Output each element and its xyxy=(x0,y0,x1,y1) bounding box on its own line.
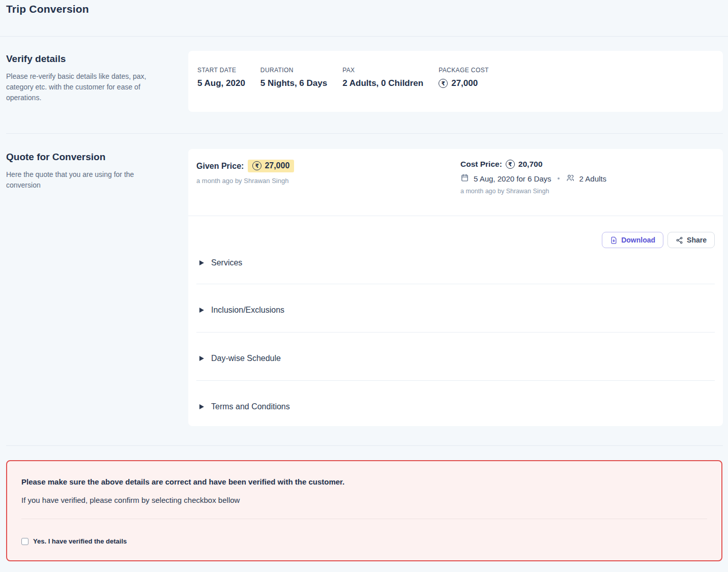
package-cost-label: PACKAGE COST xyxy=(439,67,489,74)
verified-checkbox[interactable] xyxy=(21,538,28,545)
travellers-icon xyxy=(566,173,575,184)
share-button[interactable]: Share xyxy=(667,232,715,248)
accordion-inclusion-exclusions-label: Inclusion/Exclusions xyxy=(211,306,284,315)
verify-details-description: Please re-verify basic details like date… xyxy=(6,71,169,103)
alert-message-primary: Please make sure the above details are c… xyxy=(21,477,707,486)
quote-accordions: Services Inclusion/Exclusions Day-wise S… xyxy=(188,248,723,420)
page-header: Trip Conversion xyxy=(0,0,728,37)
quote-card: Given Price: ₹ 27,000 a month ago by Shr… xyxy=(188,149,723,426)
duration-label: DURATION xyxy=(260,67,327,74)
accordion-day-wise-schedule[interactable]: Day-wise Schedule xyxy=(196,332,715,380)
share-icon xyxy=(676,236,683,244)
calendar-icon xyxy=(460,173,469,184)
cost-price-block: Cost Price: ₹ 20,700 5 Aug, 2020 for 6 D… xyxy=(460,160,715,216)
rupee-circle-icon: ₹ xyxy=(506,160,515,169)
duration-value: 5 Nights, 6 Days xyxy=(260,78,327,88)
quote-price-header: Given Price: ₹ 27,000 a month ago by Shr… xyxy=(188,149,723,216)
given-price-meta: a month ago by Shrawan Singh xyxy=(196,177,294,185)
trip-pax: 2 Adults xyxy=(579,174,606,183)
pax-label: PAX xyxy=(342,67,423,74)
quote-conversion-section: Quote for Conversion Here the quote that… xyxy=(0,149,728,426)
trip-date-range: 5 Aug, 2020 for 6 Days xyxy=(474,174,551,183)
start-date-field: START DATE 5 Aug, 2020 xyxy=(197,67,245,98)
dot-separator xyxy=(558,177,560,179)
accordion-day-wise-schedule-label: Day-wise Schedule xyxy=(211,354,281,363)
cost-price-line: Cost Price: ₹ 20,700 xyxy=(460,160,715,169)
download-button-label: Download xyxy=(621,236,655,244)
accordion-services[interactable]: Services xyxy=(196,248,715,284)
quote-conversion-intro: Quote for Conversion Here the quote that… xyxy=(6,149,188,426)
accordion-services-label: Services xyxy=(211,258,242,267)
start-date-value: 5 Aug, 2020 xyxy=(197,78,245,88)
trip-detail-line: 5 Aug, 2020 for 6 Days 2 Adults xyxy=(460,173,715,184)
accordion-terms-conditions[interactable]: Terms and Conditions xyxy=(196,380,715,420)
verified-checkbox-row[interactable]: Yes. I have verified the details xyxy=(21,537,707,545)
caret-right-icon xyxy=(199,404,204,409)
given-price-line: Given Price: ₹ 27,000 xyxy=(196,160,294,172)
alert-message-secondary: If you have verified, please confirm by … xyxy=(21,496,707,504)
cost-price-meta: a month ago by Shrawan Singh xyxy=(460,188,715,195)
pax-field: PAX 2 Adults, 0 Children xyxy=(342,67,423,98)
section-divider xyxy=(6,445,723,446)
quote-actions-row: Download Share xyxy=(188,216,723,248)
caret-right-icon xyxy=(199,260,204,265)
download-icon xyxy=(610,236,618,244)
package-cost-field: PACKAGE COST ₹ 27,000 xyxy=(439,67,489,98)
verified-checkbox-label: Yes. I have verified the details xyxy=(33,537,127,545)
verify-details-heading: Verify details xyxy=(6,53,188,65)
quote-conversion-heading: Quote for Conversion xyxy=(6,152,188,163)
accordion-terms-conditions-label: Terms and Conditions xyxy=(211,402,290,411)
given-price-label: Given Price: xyxy=(196,162,244,171)
verify-details-section: Verify details Please re-verify basic de… xyxy=(0,51,728,112)
cost-price-label: Cost Price: xyxy=(460,160,502,169)
trip-summary-card: START DATE 5 Aug, 2020 DURATION 5 Nights… xyxy=(188,51,723,112)
caret-right-icon xyxy=(199,356,204,361)
caret-right-icon xyxy=(199,308,204,313)
cost-price-amount: 20,700 xyxy=(518,160,542,169)
quote-conversion-description: Here the quote that you are using for th… xyxy=(6,169,169,191)
share-button-label: Share xyxy=(687,236,707,244)
package-cost-amount: 27,000 xyxy=(451,78,478,88)
verify-details-intro: Verify details Please re-verify basic de… xyxy=(6,51,188,112)
section-divider xyxy=(6,133,723,134)
duration-field: DURATION 5 Nights, 6 Days xyxy=(260,67,327,98)
accordion-inclusion-exclusions[interactable]: Inclusion/Exclusions xyxy=(196,284,715,332)
rupee-circle-icon: ₹ xyxy=(439,79,448,88)
package-cost-value: ₹ 27,000 xyxy=(439,78,489,88)
start-date-label: START DATE xyxy=(197,67,245,74)
given-price-highlight: ₹ 27,000 xyxy=(248,160,294,172)
pax-value: 2 Adults, 0 Children xyxy=(342,78,423,88)
page-title: Trip Conversion xyxy=(6,3,722,15)
verification-alert: Please make sure the above details are c… xyxy=(6,460,722,561)
alert-divider xyxy=(21,519,707,519)
given-price-block: Given Price: ₹ 27,000 a month ago by Shr… xyxy=(196,160,294,216)
rupee-circle-icon: ₹ xyxy=(252,161,261,170)
download-button[interactable]: Download xyxy=(602,232,663,248)
given-price-amount: 27,000 xyxy=(265,161,289,170)
